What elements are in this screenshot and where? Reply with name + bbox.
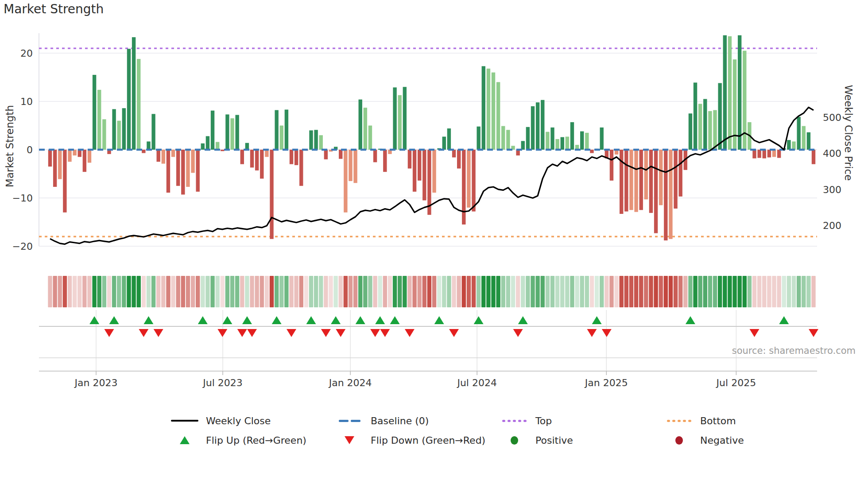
strength-bar bbox=[393, 87, 396, 150]
heatmap-cell bbox=[82, 276, 86, 307]
strength-bar bbox=[68, 150, 71, 162]
strength-bar bbox=[772, 150, 776, 157]
strength-bar bbox=[132, 37, 136, 150]
heatmap-cell bbox=[669, 276, 673, 307]
heatmap-cell bbox=[595, 276, 599, 307]
strength-bar bbox=[275, 110, 278, 150]
strength-bar bbox=[285, 110, 288, 150]
heatmap-cell bbox=[521, 276, 525, 307]
strength-bar bbox=[482, 66, 485, 150]
strength-bar bbox=[142, 150, 145, 153]
heatmap-cell bbox=[452, 276, 456, 307]
x-axis-tick-label: Jul 2024 bbox=[456, 377, 497, 388]
left-axis-tick: −10 bbox=[12, 193, 33, 204]
heatmap-cell bbox=[757, 276, 761, 307]
heatmap-cell bbox=[92, 276, 96, 307]
strength-bar bbox=[536, 102, 539, 150]
heatmap-cell bbox=[58, 276, 62, 307]
flip-up-icon bbox=[518, 316, 528, 324]
flip-down-icon bbox=[370, 329, 380, 337]
heatmap-cell bbox=[565, 276, 569, 307]
heatmap-cell bbox=[112, 276, 116, 307]
strength-bar bbox=[147, 141, 150, 150]
heatmap-cell bbox=[230, 276, 234, 307]
legend: Weekly CloseBaseline (0)TopBottomFlip Up… bbox=[170, 411, 844, 450]
strength-bar bbox=[743, 51, 746, 150]
flip-up-icon bbox=[222, 316, 232, 324]
x-axis-tick-label: Jan 2025 bbox=[584, 377, 628, 388]
figure: Market Strength 20100−10−20500400300200J… bbox=[0, 0, 868, 488]
strength-bar bbox=[546, 132, 549, 150]
legend-item: Baseline (0) bbox=[335, 415, 500, 426]
heatmap-cell bbox=[432, 276, 436, 307]
heatmap-cell bbox=[782, 276, 786, 307]
strength-bar bbox=[314, 130, 318, 150]
strength-bar bbox=[260, 150, 264, 178]
flip-down-icon bbox=[237, 329, 247, 337]
flip-down-icon bbox=[335, 436, 364, 444]
strength-bar bbox=[501, 126, 505, 150]
heatmap-cell bbox=[737, 276, 741, 307]
strength-bar bbox=[280, 126, 283, 150]
strength-bar bbox=[171, 150, 175, 157]
heatmap-cell bbox=[181, 276, 185, 307]
heatmap-cell bbox=[501, 276, 505, 307]
heatmap-cell bbox=[427, 276, 431, 307]
strength-bar bbox=[225, 114, 229, 150]
strength-bar bbox=[196, 150, 199, 192]
heatmap-cell bbox=[333, 276, 337, 307]
left-axis-tick: 10 bbox=[20, 96, 33, 107]
heatmap-cell bbox=[728, 276, 732, 307]
heatmap-cell bbox=[53, 276, 57, 307]
heatmap-cell bbox=[171, 276, 175, 307]
strength-bar bbox=[88, 150, 91, 163]
heatmap-cell bbox=[560, 276, 564, 307]
heatmap-cell bbox=[590, 276, 594, 307]
flip-up-icon bbox=[356, 316, 365, 324]
legend-item: Flip Up (Red→Green) bbox=[170, 435, 335, 446]
heatmap-cell bbox=[250, 276, 254, 307]
heatmap-cell bbox=[358, 276, 362, 307]
heatmap-cell bbox=[802, 276, 806, 307]
strength-bar bbox=[206, 136, 209, 150]
heatmap-cell bbox=[491, 276, 495, 307]
flip-up-icon bbox=[779, 316, 789, 324]
heatmap-cell bbox=[314, 276, 318, 307]
heatmap-cell bbox=[122, 276, 126, 307]
x-axis-tick-label: Jan 2023 bbox=[74, 377, 118, 388]
strength-bar bbox=[122, 108, 126, 150]
heatmap-cell bbox=[186, 276, 190, 307]
flip-down-icon bbox=[139, 329, 148, 337]
flip-up-icon bbox=[306, 316, 316, 324]
heatmap-cell bbox=[78, 276, 81, 307]
strength-bar bbox=[738, 35, 741, 150]
strength-bar bbox=[703, 99, 707, 150]
flip-down-icon bbox=[602, 329, 612, 337]
strength-bar bbox=[624, 150, 628, 212]
heatmap-cell bbox=[718, 276, 722, 307]
strength-bar bbox=[240, 150, 244, 164]
strength-bar bbox=[777, 150, 781, 158]
heatmap-cell bbox=[580, 276, 584, 307]
strength-bar bbox=[53, 150, 57, 187]
heatmap-cell bbox=[279, 276, 283, 307]
flip-down-icon bbox=[247, 329, 257, 337]
strength-bar bbox=[422, 150, 426, 200]
strength-bar bbox=[649, 150, 653, 213]
flip-up-icon bbox=[474, 316, 484, 324]
heatmap-cell bbox=[811, 276, 815, 307]
flip-down-icon bbox=[336, 329, 345, 337]
heatmap-cell bbox=[555, 276, 559, 307]
strength-bar bbox=[48, 150, 52, 167]
strength-bar bbox=[723, 35, 727, 150]
x-axis-tick-label: Jul 2025 bbox=[716, 377, 756, 388]
heatmap-cell bbox=[304, 276, 308, 307]
strength-bar bbox=[639, 150, 643, 210]
strength-bar bbox=[521, 141, 525, 150]
strength-bar bbox=[250, 150, 254, 167]
heatmap-cell bbox=[63, 276, 67, 307]
flip-up-icon bbox=[109, 316, 119, 324]
heatmap-cell bbox=[215, 276, 219, 307]
legend-label: Negative bbox=[700, 435, 744, 446]
strength-bar bbox=[294, 150, 298, 165]
